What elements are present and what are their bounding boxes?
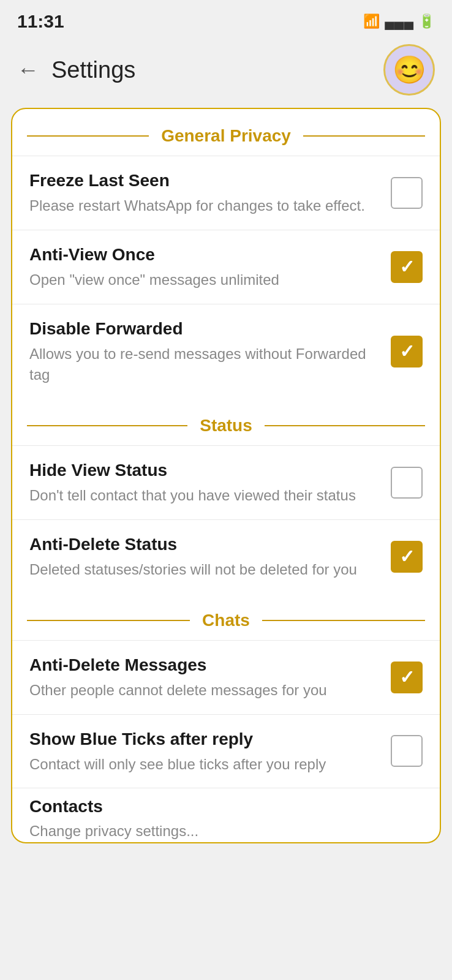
setting-text: Show Blue Ticks after reply Contact will… [29,728,391,775]
back-button[interactable]: ← [17,59,39,81]
setting-text: Anti-View Once Open "view once" messages… [29,244,391,290]
setting-item-anti-delete-messages[interactable]: Anti-Delete Messages Other people cannot… [12,640,440,714]
setting-desc-anti-delete-messages: Other people cannot delete messages for … [29,680,379,701]
setting-title-disable-forwarded: Disable Forwarded [29,318,379,340]
setting-text: Disable Forwarded Allows you to re-send … [29,318,391,385]
setting-item-disable-forwarded[interactable]: Disable Forwarded Allows you to re-send … [12,304,440,399]
setting-title-hide-view-status: Hide View Status [29,459,379,481]
contacts-sub: Change privacy settings... [29,823,423,842]
setting-item-anti-view-once[interactable]: Anti-View Once Open "view once" messages… [12,230,440,304]
main-card: General Privacy Freeze Last Seen Please … [11,108,441,843]
setting-item-hide-view-status[interactable]: Hide View Status Don't tell contact that… [12,445,440,519]
checkbox-disable-forwarded[interactable] [391,336,423,368]
setting-desc-show-blue-ticks: Contact will only see blue ticks after y… [29,754,379,775]
setting-desc-anti-view-once: Open "view once" messages unlimited [29,270,379,290]
battery-icon: 🔋 [418,13,435,29]
checkbox-freeze-last-seen[interactable] [391,177,423,209]
section-line-left [27,135,149,137]
checkbox-show-blue-ticks[interactable] [391,735,423,767]
wifi-icon: 📶 [363,13,380,29]
setting-title-anti-delete-status: Anti-Delete Status [29,533,379,556]
section-title-general-privacy: General Privacy [156,126,296,146]
setting-text: Freeze Last Seen Please restart WhatsApp… [29,170,391,216]
checkbox-anti-delete-status[interactable] [391,541,423,573]
setting-text: Hide View Status Don't tell contact that… [29,459,391,506]
setting-desc-freeze-last-seen: Please restart WhatsApp for changes to t… [29,195,379,216]
avatar-emoji: 😊 [393,54,426,86]
contacts-section: Contacts Change privacy settings... [12,788,440,842]
status-time: 11:31 [17,11,64,32]
setting-item-show-blue-ticks[interactable]: Show Blue Ticks after reply Contact will… [12,714,440,788]
setting-title-anti-delete-messages: Anti-Delete Messages [29,654,379,676]
checkbox-anti-delete-messages[interactable] [391,662,423,693]
setting-title-show-blue-ticks: Show Blue Ticks after reply [29,728,379,750]
setting-desc-anti-delete-status: Deleted statuses/stories will not be del… [29,559,379,580]
section-title-status: Status [195,416,257,435]
setting-desc-hide-view-status: Don't tell contact that you have viewed … [29,485,379,506]
section-header-status: Status [12,399,440,445]
status-bar: 11:31 📶 ▄▄▄ 🔋 [0,0,452,38]
checkbox-hide-view-status[interactable] [391,467,423,499]
setting-title-freeze-last-seen: Freeze Last Seen [29,170,379,192]
setting-text: Anti-Delete Messages Other people cannot… [29,654,391,701]
signal-icon: ▄▄▄ [385,13,413,29]
header-left: ← Settings [17,57,135,83]
section-line-right [303,135,425,137]
page-title: Settings [51,57,135,83]
avatar[interactable]: 😊 [383,44,435,96]
section-line-left-status [27,425,187,426]
section-line-left-chats [27,620,190,621]
section-header-chats: Chats [12,594,440,640]
contacts-title: Contacts [29,797,423,823]
checkbox-anti-view-once[interactable] [391,251,423,283]
status-icons: 📶 ▄▄▄ 🔋 [363,13,435,29]
header: ← Settings 😊 [0,38,452,108]
section-line-right-status [265,425,425,426]
setting-title-anti-view-once: Anti-View Once [29,244,379,266]
setting-item-freeze-last-seen[interactable]: Freeze Last Seen Please restart WhatsApp… [12,156,440,230]
section-title-chats: Chats [197,611,255,630]
section-header-general-privacy: General Privacy [12,109,440,156]
setting-item-anti-delete-status[interactable]: Anti-Delete Status Deleted statuses/stor… [12,519,440,594]
setting-text: Anti-Delete Status Deleted statuses/stor… [29,533,391,580]
setting-desc-disable-forwarded: Allows you to re-send messages without F… [29,344,379,385]
section-line-right-chats [262,620,425,621]
